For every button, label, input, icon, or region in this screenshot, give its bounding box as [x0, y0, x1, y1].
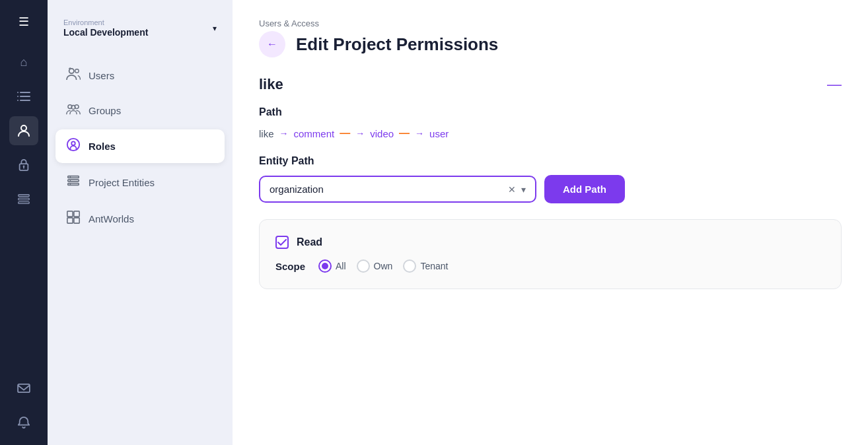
svg-rect-21 [68, 180, 79, 182]
main-content: Users & Access ← Edit Project Permission… [233, 0, 868, 445]
users-icon [66, 67, 81, 84]
chevron-down-icon: ▾ [213, 24, 217, 33]
scope-all-radio[interactable] [318, 259, 332, 273]
scope-label: Scope [275, 261, 305, 272]
path-display: like → comment — → video — → user [259, 127, 842, 139]
sidebar-project-entities-label: Project Entities [89, 177, 155, 188]
svg-point-13 [69, 69, 74, 73]
env-selector[interactable]: Environment Local Development ▾ [55, 13, 225, 44]
bell-nav-icon[interactable] [9, 408, 38, 437]
scope-own-radio[interactable] [357, 259, 370, 273]
scope-all-label: All [336, 261, 346, 271]
read-label: Read [297, 236, 322, 248]
read-checkbox[interactable] [275, 236, 289, 249]
scope-tenant-option[interactable]: Tenant [403, 259, 448, 273]
sidebar-users-label: Users [89, 70, 114, 81]
entity-input-icons: ✕ ▾ [508, 184, 526, 195]
path-dash-2: — [399, 127, 410, 139]
collapse-button[interactable]: — [827, 77, 842, 92]
mail-nav-icon[interactable] [9, 374, 38, 403]
project-entities-icon [66, 174, 81, 191]
path-item-user: user [429, 128, 449, 139]
back-arrow-icon: ← [267, 38, 277, 50]
svg-rect-28 [67, 218, 73, 223]
svg-rect-26 [67, 211, 73, 217]
dropdown-arrow-icon[interactable]: ▾ [521, 184, 526, 195]
scope-row: Scope All Own Tenant [275, 259, 825, 273]
svg-rect-0 [20, 92, 30, 93]
svg-rect-27 [74, 211, 79, 217]
sidebar: Environment Local Development ▾ Users [48, 0, 233, 445]
sidebar-item-antworlds[interactable]: AntWorlds [55, 202, 225, 236]
entity-path-input[interactable] [270, 184, 508, 195]
svg-rect-4 [20, 100, 30, 101]
path-label: Path [259, 106, 842, 118]
sidebar-roles-label: Roles [89, 141, 116, 152]
layers-nav-icon[interactable] [9, 185, 38, 214]
path-item-video: video [370, 128, 394, 139]
user-nav-icon[interactable] [9, 116, 38, 145]
menu-icon[interactable]: ☰ [12, 8, 36, 36]
icon-bar: ☰ ⌂ [0, 0, 48, 445]
entity-path-label: Entity Path [259, 155, 842, 167]
env-name: Local Development [63, 27, 148, 38]
list-icon[interactable] [9, 82, 38, 111]
groups-icon [66, 102, 81, 119]
path-arrow-1: → [279, 128, 289, 139]
svg-rect-22 [68, 184, 79, 186]
sidebar-item-users[interactable]: Users [55, 59, 225, 92]
scope-own-option[interactable]: Own [357, 259, 393, 273]
roles-icon [66, 137, 81, 155]
scope-all-option[interactable]: All [318, 259, 346, 273]
svg-rect-10 [18, 198, 29, 200]
svg-rect-3 [17, 96, 18, 97]
path-item-like: like [259, 128, 274, 139]
section-title: like — [259, 76, 842, 93]
back-button[interactable]: ← [259, 31, 285, 57]
read-permission-row: Read [275, 236, 825, 249]
path-item-comment: comment [294, 128, 335, 139]
sidebar-item-groups[interactable]: Groups [55, 94, 225, 127]
scope-own-label: Own [374, 261, 393, 271]
sidebar-groups-label: Groups [89, 105, 121, 116]
sidebar-antworlds-label: AntWorlds [89, 213, 134, 224]
path-arrow-2: → [355, 128, 365, 139]
svg-rect-11 [18, 202, 29, 204]
sidebar-item-project-entities[interactable]: Project Entities [55, 166, 225, 199]
svg-rect-20 [68, 176, 79, 178]
add-path-button[interactable]: Add Path [544, 175, 625, 203]
svg-rect-9 [18, 195, 29, 197]
svg-point-14 [75, 69, 79, 73]
entity-input-wrapper: ✕ ▾ [259, 176, 536, 203]
lock-nav-icon[interactable] [9, 151, 38, 180]
clear-icon[interactable]: ✕ [508, 184, 516, 195]
path-dash-1: — [340, 127, 350, 139]
section-name: like [259, 76, 283, 93]
scope-tenant-radio[interactable] [403, 259, 416, 273]
svg-point-8 [23, 165, 25, 167]
svg-rect-1 [17, 92, 18, 93]
svg-rect-12 [18, 384, 30, 392]
svg-point-6 [21, 125, 26, 131]
scope-tenant-label: Tenant [420, 261, 448, 271]
entity-input-row: ✕ ▾ Add Path [259, 175, 842, 203]
svg-rect-5 [17, 100, 18, 101]
page-title: Edit Project Permissions [296, 34, 498, 55]
svg-point-19 [71, 141, 75, 145]
svg-rect-29 [74, 218, 79, 223]
path-arrow-3: → [415, 128, 424, 139]
sidebar-item-roles[interactable]: Roles [55, 129, 225, 163]
env-label: Environment [63, 18, 148, 26]
permissions-box: Read Scope All Own Tenant [259, 219, 842, 289]
breadcrumb: Users & Access [259, 18, 842, 28]
svg-rect-2 [20, 96, 30, 97]
page-header: ← Edit Project Permissions [259, 31, 842, 57]
antworlds-icon [66, 210, 81, 228]
home-icon[interactable]: ⌂ [9, 48, 38, 77]
